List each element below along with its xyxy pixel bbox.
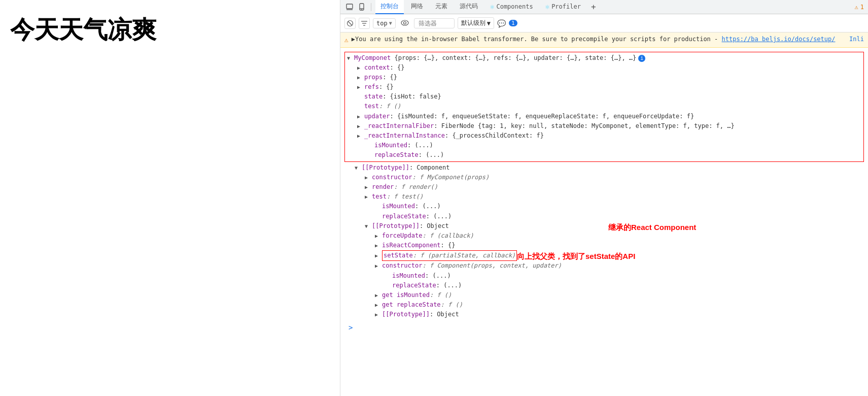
tree-line-fiber[interactable]: _reactInternalFiber: FiberNode {tag: 1, … xyxy=(347,121,861,131)
root-props: {props: {…}, context: {…}, refs: {…}, up… xyxy=(391,53,636,63)
annotation-react-component: 继承的React Component xyxy=(608,221,696,234)
level-label: 默认级别 xyxy=(461,19,485,27)
filter-toggle-button[interactable] xyxy=(359,18,370,29)
root-class-name: MyComponet xyxy=(354,53,391,63)
fiber-arrow[interactable] xyxy=(357,122,364,130)
annotation-setstate: 向上找父类，找到了setState的API xyxy=(517,250,635,262)
react-profiler-icon: ⚛ xyxy=(545,3,549,11)
tab-bar: 控制台 网络 元素 源代码 ⚛ Components ⚛ Profiler + … xyxy=(340,0,868,14)
tree-line-get-replacestate[interactable]: get replaceState: f () xyxy=(344,300,864,310)
warning-bar: ⚠ ▶You are using the in-browser Babel tr… xyxy=(340,32,868,48)
level-selector[interactable]: 默认级别 ▼ xyxy=(458,17,494,29)
tab-profiler[interactable]: ⚛ Profiler xyxy=(540,0,586,14)
tab-warning: ⚠ 1 xyxy=(855,4,864,11)
tree-line-prototype-object[interactable]: [[Prototype]]: Object 继承的React Component xyxy=(344,221,864,231)
context-selector[interactable]: top ▼ xyxy=(373,18,396,28)
devtools-panel: 控制台 网络 元素 源代码 ⚛ Components ⚛ Profiler + … xyxy=(340,0,868,396)
svg-point-11 xyxy=(403,21,406,24)
context-arrow[interactable] xyxy=(357,64,364,72)
tree-line-test-2[interactable]: test: f test() xyxy=(344,192,864,202)
tree-line-context[interactable]: context: {} xyxy=(347,63,861,73)
tree-root-line[interactable]: MyComponet {props: {…}, context: {…}, re… xyxy=(347,53,861,63)
tree-line-constructor-2[interactable]: constructor: f Component(props, context,… xyxy=(344,261,864,271)
setstate-arrow[interactable] xyxy=(375,252,382,260)
bottom-arrow[interactable]: > xyxy=(344,320,864,335)
eye-button[interactable] xyxy=(399,18,411,28)
tree-line-ismounted-2[interactable]: isMounted: (...) xyxy=(344,202,864,211)
setstate-highlight-box: setState: f (partialState, callback) xyxy=(382,250,517,261)
ctor1-arrow[interactable] xyxy=(365,174,372,182)
refs-arrow[interactable] xyxy=(357,83,364,91)
tree-line-replacestate-2[interactable]: replaceState: (...) xyxy=(344,212,864,221)
render-arrow[interactable] xyxy=(365,183,372,191)
warning-triangle-icon: ⚠ xyxy=(855,4,858,11)
context-dropdown-arrow: ▼ xyxy=(389,20,392,26)
tab-console[interactable]: 控制台 xyxy=(375,0,404,14)
tree-line-props[interactable]: props: {} xyxy=(347,73,861,82)
tree-line-updater[interactable]: updater: {isMounted: f, enqueueSetState:… xyxy=(347,112,861,121)
tab-sources[interactable]: 源代码 xyxy=(455,0,483,14)
tree-line-internal[interactable]: _reactInternalInstance: {_processChildCo… xyxy=(347,131,861,141)
page-title: 今天天气凉爽 xyxy=(10,15,156,45)
message-count-badge: 1 xyxy=(509,20,517,26)
inspect-icon[interactable] xyxy=(344,2,355,12)
console-content[interactable]: MyComponet {props: {…}, context: {…}, re… xyxy=(340,48,868,397)
device-icon[interactable] xyxy=(357,2,367,12)
proto-comp-arrow[interactable] xyxy=(355,164,362,172)
svg-point-4 xyxy=(361,9,362,10)
tree-line-prototype-component[interactable]: [[Prototype]]: Component xyxy=(344,163,864,173)
props-arrow[interactable] xyxy=(357,74,364,82)
tree-line-prototype-object-2[interactable]: [[Prototype]]: Object xyxy=(344,310,864,319)
inline-link[interactable]: Inli xyxy=(849,35,864,44)
tree-line-ismounted-3[interactable]: isMounted: (...) xyxy=(344,271,864,281)
warning-link[interactable]: https://ba beljs.io/docs/setup/ xyxy=(722,36,836,43)
tree-line-ismounted-1[interactable]: isMounted: (...) xyxy=(347,141,861,150)
level-dropdown-arrow: ▼ xyxy=(487,20,491,27)
ctor2-arrow[interactable] xyxy=(375,262,382,270)
get-replacestate-arrow[interactable] xyxy=(375,301,382,309)
prototype-section: [[Prototype]]: Component constructor: f … xyxy=(344,163,864,320)
tab-components[interactable]: ⚛ Components xyxy=(485,0,538,14)
react-icon: ⚛ xyxy=(490,3,494,11)
forceupdate-arrow[interactable] xyxy=(375,232,382,240)
tree-line-state[interactable]: state: {isHot: false} xyxy=(347,92,861,102)
root-expand-arrow[interactable] xyxy=(347,54,354,62)
warning-text: ▶You are using the in-browser Babel tran… xyxy=(352,35,846,44)
tab-elements[interactable]: 元素 xyxy=(430,0,453,14)
tree-line-setstate[interactable]: setState: f (partialState, callback) 向上找… xyxy=(344,250,864,261)
tree-line-render[interactable]: render: f render() xyxy=(344,182,864,192)
toolbar: top ▼ 默认级别 ▼ 💬 1 xyxy=(340,14,868,32)
tree-line-constructor-1[interactable]: constructor: f MyComponet(props) xyxy=(344,173,864,182)
svg-line-6 xyxy=(348,21,352,25)
mycomponet-section: MyComponet {props: {…}, context: {…}, re… xyxy=(344,52,864,162)
tree-container: MyComponet {props: {…}, context: {…}, re… xyxy=(340,50,868,337)
isreact-arrow[interactable] xyxy=(375,242,382,250)
updater-arrow[interactable] xyxy=(357,113,364,121)
tree-line-forceupdate[interactable]: forceUpdate: f (callback) xyxy=(344,231,864,241)
message-icon: 💬 xyxy=(497,19,506,27)
get-ismounted-arrow[interactable] xyxy=(375,291,382,300)
warning-count: 1 xyxy=(860,4,864,11)
tree-line-replacestate-1[interactable]: replaceState: (...) xyxy=(347,150,861,160)
info-icon[interactable]: i xyxy=(638,55,645,62)
svg-rect-0 xyxy=(346,4,353,9)
add-tab-button[interactable]: + xyxy=(588,2,599,12)
filter-input[interactable] xyxy=(414,18,455,28)
top-label: top xyxy=(376,20,388,27)
left-page: 今天天气凉爽 xyxy=(0,0,340,396)
test2-arrow[interactable] xyxy=(365,193,372,201)
proto-obj-arrow[interactable] xyxy=(365,222,372,230)
svg-point-10 xyxy=(401,20,408,25)
proto-obj2-arrow[interactable] xyxy=(375,311,382,319)
tree-line-test[interactable]: test: f () xyxy=(347,102,861,111)
tab-separator-1 xyxy=(371,3,371,11)
tree-line-refs[interactable]: refs: {} xyxy=(347,82,861,92)
tree-line-isreact[interactable]: isReactComponent: {} xyxy=(344,241,864,250)
tab-network[interactable]: 网络 xyxy=(406,0,428,14)
warning-icon: ⚠ xyxy=(344,35,349,45)
tree-line-replacestate-3[interactable]: replaceState: (...) xyxy=(344,281,864,290)
internal-arrow[interactable] xyxy=(357,132,364,140)
clear-button[interactable] xyxy=(344,18,356,29)
tree-line-get-ismounted[interactable]: get isMounted: f () xyxy=(344,290,864,300)
